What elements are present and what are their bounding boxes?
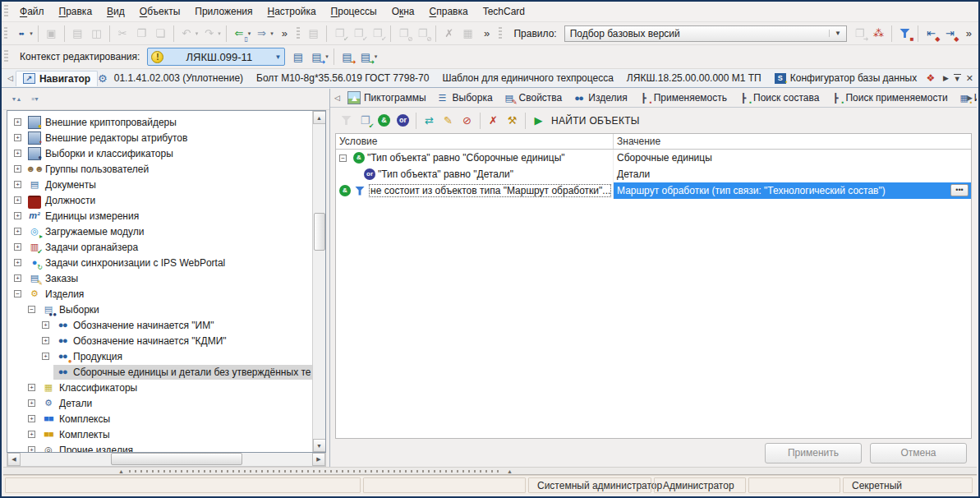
tree-item[interactable]: +●Внешние криптопровайдеры (7, 114, 312, 130)
reorder-button[interactable]: ⇄ (420, 112, 439, 130)
close-tab-icon[interactable]: ✕ (966, 73, 973, 84)
chevron-down-icon[interactable]: ▼ (274, 53, 281, 61)
panel-tab-7[interactable]: ┣▪Поиск применяемости (824, 90, 952, 106)
panel-tab-5[interactable]: ┣▪Применяемость (633, 90, 732, 106)
tree-expander-icon[interactable]: + (28, 431, 35, 438)
add-condition-button[interactable]: ❐✔ (356, 112, 375, 130)
doc-tab-4[interactable]: Шаблон для единичного техпроцесса (435, 71, 619, 85)
value-cell[interactable]: Сборочные единицы (613, 150, 971, 166)
redo-button[interactable]: ↷▾ (200, 25, 223, 43)
paste-button[interactable]: ❏ (151, 25, 170, 43)
next-tab-icon[interactable]: ▶ (943, 74, 949, 82)
view-sort-button[interactable]: ≡▼ (25, 90, 44, 108)
tree-expander-icon[interactable]: − (28, 306, 35, 313)
import-button[interactable]: ⇐▯▾ (230, 25, 253, 43)
tree-expander-icon[interactable]: + (42, 321, 49, 329)
scroll-left-icon[interactable]: ◀ (7, 453, 21, 466)
tree-expander-icon[interactable]: + (42, 353, 49, 360)
doc-tab-2[interactable]: 01.1.41.02.003 (Уплотнение) (108, 71, 250, 85)
tree-expander-icon[interactable]: + (14, 243, 21, 251)
tree-expander-icon[interactable]: + (14, 181, 21, 188)
value-cell[interactable]: Детали (613, 166, 971, 182)
tree-item[interactable]: +●Выборки и классификаторы (7, 145, 312, 161)
tree-item[interactable]: +m²Единицы измерения (7, 208, 312, 224)
and-operator-button[interactable]: & (375, 112, 393, 130)
find-objects-label[interactable]: НАЙТИ ОБЪЕКТЫ (551, 115, 640, 127)
tree-expander-icon[interactable]: + (28, 415, 35, 422)
condition-cell[interactable]: &не состоит из объектов типа "Маршрут об… (336, 182, 613, 199)
tree-expander-icon[interactable]: + (14, 165, 21, 173)
toolbar-grip[interactable] (4, 27, 7, 40)
archive-button[interactable]: ▦ (458, 25, 477, 43)
delete-button[interactable]: ✗ (439, 25, 458, 43)
negate-button[interactable]: ⊘ (458, 112, 476, 130)
condition-row[interactable]: −&"Тип объекта" равно "Сборочные единицы… (336, 150, 971, 166)
context-open-new-button[interactable]: ▤➜▾ (357, 48, 380, 66)
tree-expander-icon[interactable]: + (14, 150, 21, 157)
dropdown-arrow-icon[interactable]: ▾ (248, 30, 251, 37)
filter-structure-button[interactable]: ■ (895, 25, 914, 43)
save-button[interactable]: ▣ (42, 25, 61, 43)
tree-item[interactable]: +■■Комплекты (7, 427, 312, 442)
tree-item[interactable]: ●●Сборочные единицы и детали без утвержд… (7, 364, 312, 380)
scrollbar-thumb[interactable] (314, 213, 325, 251)
panel-tab-1[interactable]: ▲Пиктограммы (343, 90, 431, 106)
copy-approve-button[interactable]: ❐✔ (349, 25, 368, 43)
chevron-down-icon[interactable]: ▼ (829, 30, 841, 37)
doc-tab-6[interactable]: S▪Конфигуратор базы данных (768, 71, 923, 85)
horizontal-splitter[interactable]: ▲ ▲ (3, 467, 977, 475)
copy-button[interactable]: ❐ (132, 25, 151, 43)
tree-collapse-button[interactable]: ⇤◆ (922, 25, 941, 43)
ellipsis-button[interactable]: ••• (950, 184, 968, 196)
splitter-grip[interactable] (129, 470, 502, 473)
overflow-3-button[interactable]: » (959, 25, 978, 43)
menu-item-справка[interactable]: Справка (422, 2, 476, 21)
doc-tab-3[interactable]: Болт М10-8g*35.56.019 ГОСТ 7798-70 (250, 71, 435, 85)
tree-expand-button[interactable]: ⇥◆ (941, 25, 959, 43)
tree-expander-icon[interactable]: + (14, 196, 21, 204)
toolbar-grip[interactable] (297, 27, 300, 40)
tree-item[interactable]: +●●Обозначение начинается "ИМ" (7, 317, 312, 333)
tree-expander-icon[interactable]: + (28, 384, 35, 391)
menu-item-настройка[interactable]: Настройка (260, 2, 324, 21)
view-filter-button[interactable]: ▼▲ (7, 90, 25, 108)
print-button[interactable]: ▤ (68, 25, 87, 43)
dropdown-arrow-icon[interactable]: ▾ (218, 30, 221, 37)
pin-tab-icon[interactable]: ▼ (954, 74, 961, 83)
cut-button[interactable]: ✂ (113, 25, 132, 43)
rule-combobox[interactable]: Подбор базовых версий ▼ (564, 25, 847, 42)
row-expander-icon[interactable]: − (339, 154, 347, 162)
copy-approve-2-button[interactable]: ❐✔ (368, 25, 387, 43)
tree-horizontal-scrollbar[interactable]: ◀ ▶ (7, 453, 326, 467)
doc-tab-1[interactable]: ↗Навигатор (16, 71, 98, 86)
menu-item-правка[interactable]: Правка (52, 2, 100, 21)
tree-item[interactable]: +▤Документы (7, 177, 312, 192)
edit-condition-button[interactable]: ✎ (439, 112, 458, 130)
tree-expander-icon[interactable]: − (14, 290, 21, 297)
dropdown-arrow-icon[interactable]: ▾ (30, 30, 33, 37)
tabs-scroll-left-icon[interactable]: ◁ (5, 74, 16, 82)
menu-item-приложения[interactable]: Приложения (187, 2, 260, 21)
toolbar-grip[interactable] (4, 5, 8, 18)
value-cell[interactable]: Маршрут обработки (тип связи: "Технологи… (613, 182, 971, 199)
overflow-1-button[interactable]: » (275, 25, 294, 43)
tree-item[interactable]: +▤✎Заказы (7, 270, 312, 286)
tree-expander-icon[interactable]: + (14, 259, 21, 266)
scroll-down-icon[interactable]: ▼ (313, 439, 326, 452)
tree-item[interactable]: +●●Обозначение начинается "КДМИ" (7, 333, 312, 348)
menu-item-techcard[interactable]: TechCard (476, 2, 532, 21)
print-preview-button[interactable]: ◫ (87, 25, 106, 43)
dropdown-arrow-icon[interactable]: ▾ (196, 30, 199, 37)
tree-item[interactable]: +■■Комплексы (7, 411, 312, 427)
tree-expander-icon[interactable]: + (28, 399, 35, 407)
relations-button[interactable]: ⁂ (869, 25, 888, 43)
context-switch-button[interactable]: ▤➜▾ (307, 48, 330, 66)
condition-cell[interactable]: −&"Тип объекта" равно "Сборочные единицы… (336, 150, 613, 166)
tree-item[interactable]: +⚙Детали (7, 395, 312, 411)
tree-expander-icon[interactable]: + (14, 134, 21, 141)
dropdown-arrow-icon[interactable]: ▾ (325, 53, 329, 60)
tree-expander-icon[interactable]: + (42, 337, 49, 344)
menu-item-процессы[interactable]: Процессы (324, 2, 384, 21)
context-form-button[interactable]: ▤ (288, 48, 307, 66)
tree-expander-icon[interactable]: + (28, 446, 35, 452)
